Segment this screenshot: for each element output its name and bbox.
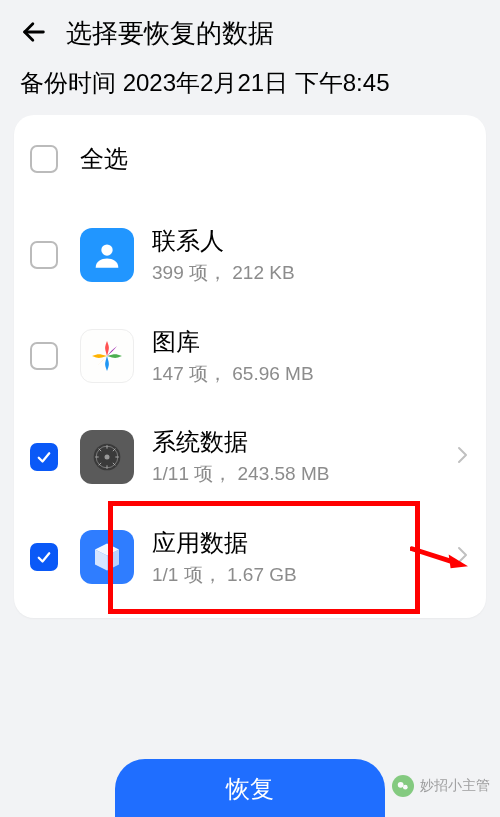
item-title: 系统数据 — [152, 426, 452, 458]
item-subtitle: 147 项， 65.96 MB — [152, 362, 470, 387]
gallery-icon — [80, 329, 134, 383]
item-texts: 系统数据 1/11 项， 243.58 MB — [152, 426, 452, 487]
item-subtitle: 1/1 项， 1.67 GB — [152, 563, 452, 588]
header-bar: 选择要恢复的数据 — [0, 0, 500, 61]
select-all-label: 全选 — [80, 143, 128, 175]
watermark-text: 妙招小主管 — [420, 777, 490, 795]
backup-time-label: 备份时间 2023年2月21日 下午8:45 — [0, 61, 500, 115]
item-subtitle: 1/11 项， 243.58 MB — [152, 462, 452, 487]
watermark: 妙招小主管 — [392, 775, 490, 797]
app-data-cube-icon — [80, 530, 134, 584]
chevron-right-icon[interactable] — [452, 443, 470, 471]
chevron-right-icon[interactable] — [452, 543, 470, 571]
contacts-icon — [80, 228, 134, 282]
svg-point-1 — [101, 245, 112, 256]
checkbox-contacts[interactable] — [30, 241, 58, 269]
item-title: 应用数据 — [152, 527, 452, 559]
list-item-contacts[interactable]: 联系人 399 项， 212 KB — [14, 205, 486, 306]
select-all-row[interactable]: 全选 — [14, 125, 486, 205]
checkbox-system[interactable] — [30, 443, 58, 471]
svg-point-15 — [398, 782, 404, 788]
restore-list-card: 全选 联系人 399 项， 212 KB — [14, 115, 486, 618]
settings-gear-icon — [80, 430, 134, 484]
page-title: 选择要恢复的数据 — [66, 16, 274, 51]
wechat-icon — [392, 775, 414, 797]
item-texts: 图库 147 项， 65.96 MB — [152, 326, 470, 387]
item-subtitle: 399 项， 212 KB — [152, 261, 470, 286]
svg-point-12 — [105, 454, 110, 459]
checkbox-gallery[interactable] — [30, 342, 58, 370]
svg-point-16 — [403, 785, 408, 790]
select-all-checkbox[interactable] — [30, 145, 58, 173]
back-icon[interactable] — [20, 18, 48, 50]
item-title: 图库 — [152, 326, 470, 358]
checkbox-appdata[interactable] — [30, 543, 58, 571]
list-item-app-data[interactable]: 应用数据 1/1 项， 1.67 GB — [14, 507, 486, 608]
item-texts: 应用数据 1/1 项， 1.67 GB — [152, 527, 452, 588]
list-item-gallery[interactable]: 图库 147 项， 65.96 MB — [14, 306, 486, 407]
item-texts: 联系人 399 项， 212 KB — [152, 225, 470, 286]
item-title: 联系人 — [152, 225, 470, 257]
list-item-system-data[interactable]: 系统数据 1/11 项， 243.58 MB — [14, 406, 486, 507]
restore-button[interactable]: 恢复 — [115, 759, 385, 817]
